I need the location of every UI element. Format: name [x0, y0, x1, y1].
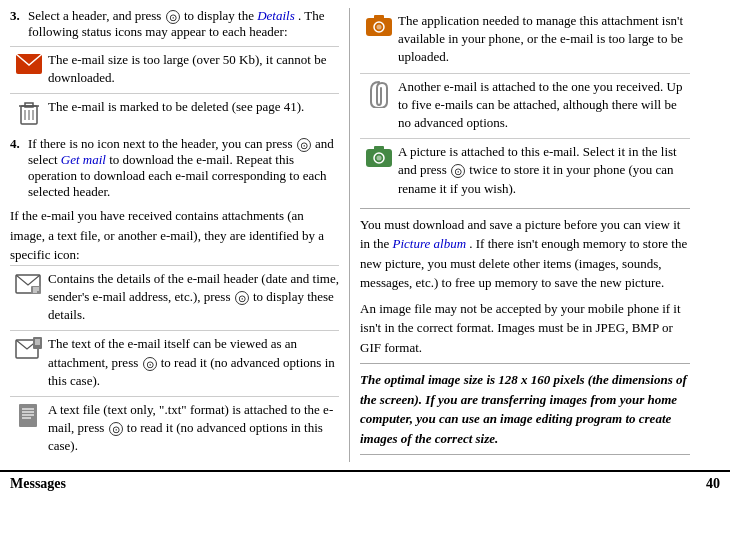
step-3: 3. Select a header, and press ⊙ to displ… — [10, 8, 339, 40]
icon-text-r3: A picture is attached to this e-mail. Se… — [398, 143, 690, 198]
svg-point-29 — [377, 156, 382, 161]
para-if: If the e-mail you have received contains… — [10, 206, 339, 265]
step-4: 4. If there is no icon next to the heade… — [10, 136, 339, 200]
icon-text-r1: The application needed to manage this at… — [398, 12, 690, 67]
icon-text-5: A text file (text only, ".txt" format) i… — [48, 401, 339, 456]
icon-cell-1 — [10, 51, 48, 75]
icon-cell-3 — [10, 270, 48, 296]
icon-text-3: Contains the details of the e-mail heade… — [48, 270, 339, 325]
icon-5-button[interactable]: ⊙ — [109, 422, 123, 436]
para-image-format: An image file may not be accepted by you… — [360, 299, 690, 358]
para-download: You must download and save a picture bef… — [360, 208, 690, 293]
step-4-content: If there is no icon next to the header, … — [28, 136, 339, 200]
step-4-number: 4. — [10, 136, 28, 200]
step-3-number: 3. — [10, 8, 28, 40]
icon-cell-r3 — [360, 143, 398, 169]
icon-r3-button[interactable]: ⊙ — [451, 164, 465, 178]
italic-block-text: The optimal image size is 128 x 160 pixe… — [360, 372, 687, 446]
svg-rect-28 — [374, 146, 384, 151]
get-mail-link[interactable]: Get mail — [61, 152, 106, 167]
icon-cell-r2 — [360, 78, 398, 108]
step-3-content: Select a header, and press ⊙ to display … — [28, 8, 339, 40]
icon-row-text-file: A text file (text only, ".txt" format) i… — [10, 396, 339, 460]
envelope-red-icon — [15, 53, 43, 75]
svg-rect-13 — [33, 337, 42, 349]
icon-row-envelope-large: The e-mail size is too large (over 50 Kb… — [10, 46, 339, 91]
step-3-text-after: to display the — [184, 8, 257, 23]
details-link[interactable]: Details — [257, 8, 295, 23]
icon-cell-4 — [10, 335, 48, 361]
camera-orange-icon — [365, 14, 393, 38]
right-column: The application needed to manage this at… — [350, 8, 690, 462]
step-4-button[interactable]: ⊙ — [297, 138, 311, 152]
svg-rect-24 — [374, 15, 384, 20]
icon-row-camera-orange: The application needed to manage this at… — [360, 8, 690, 71]
svg-rect-3 — [25, 103, 33, 107]
step-4-text1: If there is no icon next to the header, … — [28, 136, 292, 151]
icon-4-button[interactable]: ⊙ — [143, 357, 157, 371]
page: 3. Select a header, and press ⊙ to displ… — [0, 0, 730, 534]
footer-right: 40 — [706, 476, 720, 492]
step-3-text-before: Select a header, and press — [28, 8, 165, 23]
footer: Messages 40 — [0, 470, 730, 496]
para2-text: An image file may not be accepted by you… — [360, 301, 681, 355]
picture-album-link[interactable]: Picture album — [393, 236, 467, 251]
trash-icon — [18, 100, 40, 126]
camera-green-icon — [365, 145, 393, 169]
icon-row-trash: The e-mail is marked to be deleted (see … — [10, 93, 339, 130]
left-column: 3. Select a header, and press ⊙ to displ… — [10, 8, 350, 462]
para-if-text: If the e-mail you have received contains… — [10, 208, 324, 262]
icon-text-2: The e-mail is marked to be deleted (see … — [48, 98, 339, 116]
svg-point-25 — [377, 25, 382, 30]
italic-block: The optimal image size is 128 x 160 pixe… — [360, 363, 690, 455]
icon-row-envelope-attach: The text of the e-mail itself can be vie… — [10, 330, 339, 394]
icon-cell-2 — [10, 98, 48, 126]
icon-text-4: The text of the e-mail itself can be vie… — [48, 335, 339, 390]
envelope-details-icon — [15, 272, 43, 296]
icon-row-paperclip: Another e-mail is attached to the one yo… — [360, 73, 690, 137]
icon-3-button[interactable]: ⊙ — [235, 291, 249, 305]
icon-cell-5 — [10, 401, 48, 429]
main-content: 3. Select a header, and press ⊙ to displ… — [0, 8, 730, 462]
footer-left: Messages — [10, 476, 66, 492]
icon-row-envelope-details: Contains the details of the e-mail heade… — [10, 265, 339, 329]
envelope-attach-icon — [15, 337, 43, 361]
step-3-button[interactable]: ⊙ — [166, 10, 180, 24]
icon-text-r2: Another e-mail is attached to the one yo… — [398, 78, 690, 133]
icon-row-camera-green: A picture is attached to this e-mail. Se… — [360, 138, 690, 202]
icon-text-1: The e-mail size is too large (over 50 Kb… — [48, 51, 339, 87]
icon-cell-r1 — [360, 12, 398, 38]
text-file-icon — [18, 403, 40, 429]
paperclip-icon — [368, 80, 390, 108]
